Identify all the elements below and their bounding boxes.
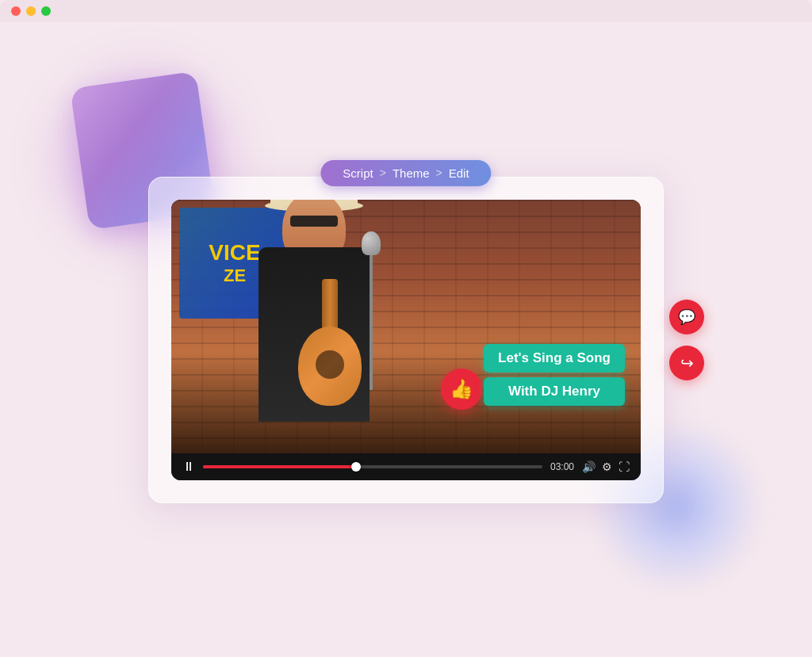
comment-button[interactable]: 💬 <box>669 300 704 334</box>
share-button[interactable]: ↪ <box>669 346 704 380</box>
settings-button[interactable]: ⚙ <box>602 460 612 473</box>
like-button-overlay[interactable]: 👍 <box>441 369 482 410</box>
progress-bar[interactable] <box>203 465 542 468</box>
close-button[interactable] <box>11 6 21 16</box>
like-icon: 👍 <box>450 378 473 400</box>
breadcrumb-theme[interactable]: Theme <box>393 166 430 180</box>
musician-figure <box>211 216 449 422</box>
side-actions: 💬 ↪ <box>669 300 704 380</box>
breadcrumb-sep-1: > <box>380 166 386 179</box>
volume-button[interactable]: 🔊 <box>582 460 596 473</box>
share-icon: ↪ <box>680 353 694 372</box>
window-chrome <box>0 0 812 22</box>
maximize-button[interactable] <box>41 6 51 16</box>
caption-area: Let's Sing a Song With DJ Henry <box>484 344 625 406</box>
progress-fill <box>203 465 356 468</box>
mic-stand <box>370 247 373 390</box>
guitar-body <box>298 327 362 406</box>
breadcrumb-edit[interactable]: Edit <box>449 166 469 180</box>
mic-head <box>362 231 381 255</box>
main-area: Script > Theme > Edit VICE ZE <box>0 22 812 657</box>
comment-icon: 💬 <box>678 308 695 326</box>
breadcrumb[interactable]: Script > Theme > Edit <box>320 160 491 186</box>
fullscreen-button[interactable]: ⛶ <box>619 460 630 473</box>
video-player: VICE ZE <box>171 200 641 480</box>
caption-line-2: With DJ Henry <box>484 377 625 406</box>
breadcrumb-script[interactable]: Script <box>343 166 373 180</box>
guitar <box>282 279 377 406</box>
minimize-button[interactable] <box>26 6 36 16</box>
video-controls: ⏸ 03:00 🔊 ⚙ ⛶ <box>171 453 641 480</box>
control-icons: 🔊 ⚙ ⛶ <box>582 460 630 473</box>
play-pause-button[interactable]: ⏸ <box>182 460 195 474</box>
time-display: 03:00 <box>550 461 574 472</box>
breadcrumb-sep-2: > <box>436 166 442 179</box>
video-card: Script > Theme > Edit VICE ZE <box>148 177 664 503</box>
progress-dot <box>351 462 361 472</box>
caption-line-1: Let's Sing a Song <box>484 344 625 372</box>
video-scene: VICE ZE <box>171 200 641 453</box>
